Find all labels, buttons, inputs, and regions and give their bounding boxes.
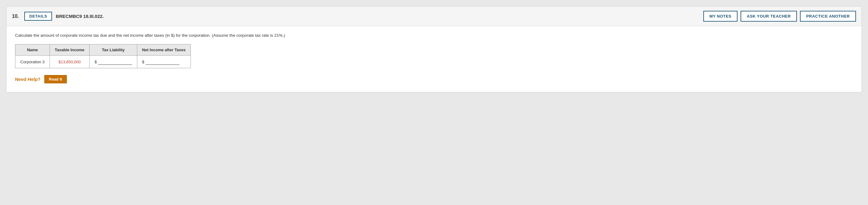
bottom-bar bbox=[0, 99, 868, 205]
taxable-income-value: $13,850,000 bbox=[59, 59, 81, 64]
corporation-name: Corporation 3 bbox=[16, 56, 50, 68]
tax-liability-cell: $ bbox=[90, 56, 137, 68]
tax-liability-dollar-sign: $ bbox=[94, 59, 97, 64]
tax-liability-input[interactable] bbox=[98, 59, 132, 65]
tax-liability-input-group: $ bbox=[94, 59, 132, 65]
col-header-name: Name bbox=[16, 45, 50, 56]
question-container: 10. DETAILS BRECMBC9 18.III.022. MY NOTE… bbox=[6, 6, 862, 92]
need-help-section: Need Help? Read It bbox=[15, 75, 853, 83]
details-button[interactable]: DETAILS bbox=[24, 12, 52, 21]
question-number: 10. bbox=[12, 14, 21, 19]
question-header: 10. DETAILS BRECMBC9 18.III.022. MY NOTE… bbox=[6, 6, 862, 26]
col-header-net-income: Net Income after Taxes bbox=[137, 45, 190, 56]
net-income-input[interactable] bbox=[146, 59, 180, 65]
question-text: Calculate the amount of corporate income… bbox=[15, 32, 853, 39]
question-body: Calculate the amount of corporate income… bbox=[6, 26, 862, 92]
data-table: Name Taxable Income Tax Liability Net In… bbox=[15, 44, 191, 68]
practice-another-button[interactable]: PRACTICE ANOTHER bbox=[800, 11, 856, 22]
net-income-cell: $ bbox=[137, 56, 190, 68]
table-row: Corporation 3 $13,850,000 $ $ bbox=[16, 56, 191, 68]
read-it-button[interactable]: Read It bbox=[44, 75, 67, 83]
col-header-tax-liability: Tax Liability bbox=[90, 45, 137, 56]
question-code: BRECMBC9 18.III.022. bbox=[56, 14, 699, 19]
header-buttons: MY NOTES ASK YOUR TEACHER PRACTICE ANOTH… bbox=[703, 11, 856, 22]
need-help-label: Need Help? bbox=[15, 77, 41, 82]
net-income-input-group: $ bbox=[142, 59, 186, 65]
net-income-dollar-sign: $ bbox=[142, 59, 144, 64]
ask-teacher-button[interactable]: ASK YOUR TEACHER bbox=[741, 11, 797, 22]
my-notes-button[interactable]: MY NOTES bbox=[703, 11, 738, 22]
col-header-taxable-income: Taxable Income bbox=[50, 45, 90, 56]
taxable-income-cell: $13,850,000 bbox=[50, 56, 90, 68]
